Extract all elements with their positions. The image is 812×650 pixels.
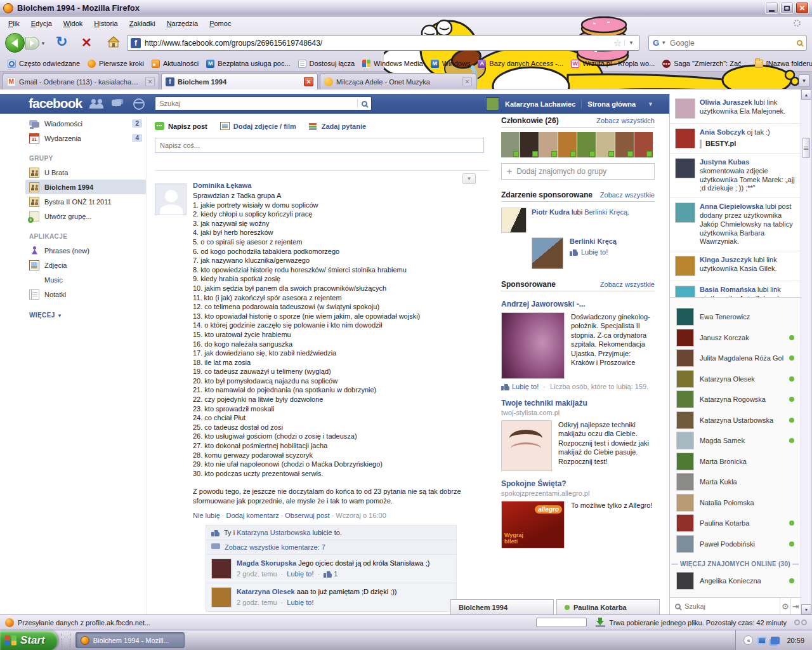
friend-row[interactable]: Julita Magdalena Róża Golińska <box>670 348 801 369</box>
minimize-button[interactable] <box>765 2 778 14</box>
browser-tab[interactable]: Milcząca Adele - Onet Muzyka ✕ <box>320 73 476 90</box>
ad-image[interactable]: allegro Wygraj bilet! <box>501 501 565 548</box>
friend-requests-icon[interactable] <box>89 98 105 109</box>
member-thumbnail[interactable] <box>596 132 615 157</box>
story-user-link[interactable]: Piotr Kudra <box>532 208 570 216</box>
bookmark-item[interactable]: [Nazwa folderu] <box>751 58 812 69</box>
menu-item[interactable]: Plik <box>3 18 25 29</box>
member-thumbnail[interactable] <box>539 132 558 157</box>
ad-title-link[interactable]: Twoje techniki makijażu <box>501 399 655 408</box>
stop-button[interactable]: ✕ <box>81 35 92 50</box>
comment-author-avatar[interactable] <box>211 559 232 579</box>
ticker-item[interactable]: Justyna Kubas skomentowała zdjęcie użytk… <box>670 154 801 198</box>
post-author-avatar[interactable] <box>155 183 187 215</box>
browser-tab[interactable]: Biolchem 1994 ✕ <box>161 73 318 90</box>
list-all-tabs-button[interactable]: ▼ <box>799 74 809 87</box>
member-thumbnail[interactable] <box>634 132 653 157</box>
browser-tab[interactable]: Gmail - Odebrane (113) - kasialachawie..… <box>3 73 159 90</box>
ad-like-link[interactable]: Lubię to! <box>512 383 539 390</box>
sidebar-app-item[interactable]: Phrases (new) <box>25 243 146 258</box>
composer-tab[interactable]: Zadaj pytanie <box>309 123 366 130</box>
sidebar-group-item[interactable]: Biolchem 1994 <box>25 180 146 194</box>
scroll-up-arrow[interactable]: ▲ <box>801 90 811 100</box>
scrollbar-thumb[interactable] <box>802 138 810 158</box>
see-all-comments-row[interactable]: Zobacz wszystkie komentarze: 7 <box>206 540 457 555</box>
comment-like-link[interactable]: Lubię to! <box>287 569 313 578</box>
profile-link[interactable]: Katarzyna Lachawiec <box>505 100 575 108</box>
facebook-search-icon[interactable] <box>362 101 367 107</box>
sidebar-group-item[interactable]: Utwórz grupę... <box>25 209 146 223</box>
facebook-search-input[interactable] <box>159 100 357 107</box>
comment-like-link[interactable]: Lubię to! <box>287 598 313 607</box>
menu-item[interactable]: Pomoc <box>204 18 237 29</box>
bookmark-item[interactable]: Windows Media <box>358 58 427 69</box>
page-like-link[interactable]: Lubię to! <box>581 248 608 256</box>
search-engine-dropdown-icon[interactable]: ▼ <box>661 40 666 46</box>
page-name-link[interactable]: Berlinki Kręcą <box>570 237 617 245</box>
bookmark-item[interactable]: Bezpłatna usługa poc... <box>202 58 294 69</box>
see-all-comments-link[interactable]: Zobacz wszystkie komentarze: 7 <box>225 543 325 551</box>
page-thumbnail[interactable] <box>532 237 563 269</box>
follow-post-link[interactable]: Obserwuj post <box>285 512 329 519</box>
chat-tab-group[interactable]: Biolchem 1994 <box>450 599 554 614</box>
friend-row[interactable]: Paulina Kotarba <box>670 513 801 534</box>
member-thumbnail[interactable] <box>558 132 577 157</box>
tab-close-icon[interactable]: ✕ <box>462 77 472 86</box>
home-link[interactable]: Strona główna <box>587 100 636 108</box>
chat-tab-friend[interactable]: Paulina Kotarba <box>556 599 660 614</box>
messages-icon[interactable] <box>110 98 126 109</box>
ticker-user-name[interactable]: Basia Romańska <box>700 286 756 293</box>
add-friends-to-group-button[interactable]: +Dodaj znajomych do grupy <box>501 163 655 180</box>
menu-item[interactable]: Edycja <box>25 18 58 29</box>
start-button[interactable]: Start <box>0 630 58 650</box>
web-search-input[interactable] <box>670 39 797 48</box>
friend-row[interactable]: Katarzyna Rogowska <box>670 389 801 410</box>
bookmark-item[interactable]: Często odwiedzane <box>4 58 84 69</box>
composer-tab[interactable]: Napisz post <box>155 122 207 130</box>
comment-author-avatar[interactable] <box>211 587 232 607</box>
ticker-user-name[interactable]: Justyna Kubas <box>700 158 749 166</box>
sponsored-event-see-all-link[interactable]: Zobacz wszystkie <box>600 191 655 199</box>
friend-row[interactable]: Ewa Tenerowicz <box>670 307 801 328</box>
sidebar-app-item[interactable]: Music <box>25 272 146 287</box>
friend-row[interactable]: Paweł Podobiński <box>670 534 801 555</box>
bookmark-item[interactable]: Saga "Zmierzch": Zać... <box>658 58 750 69</box>
sidebar-group-item[interactable]: U Brata <box>25 165 146 180</box>
composer-tab[interactable]: Dodaj zdjęcie / film <box>220 122 296 130</box>
bookmark-star-icon[interactable]: ☆ <box>611 37 624 49</box>
tray-collapse-icon[interactable]: « <box>743 635 753 645</box>
history-dropdown-icon[interactable]: ▼ <box>41 41 46 46</box>
unlike-link[interactable]: Nie lubię <box>193 512 220 519</box>
sidebar-item[interactable]: Wiadomości 2 <box>25 116 146 131</box>
bookmark-item[interactable]: Aktualności <box>148 58 202 69</box>
ad-image[interactable] <box>501 420 552 471</box>
home-button[interactable] <box>107 36 121 50</box>
add-comment-link[interactable]: Dodaj komentarz <box>226 512 278 519</box>
ad-image[interactable] <box>501 312 565 379</box>
addon-status-icon[interactable] <box>794 620 807 625</box>
friends-search-input[interactable] <box>684 602 775 610</box>
sidebar-more-link[interactable]: WIĘCEJ ▼ <box>29 312 146 319</box>
friend-row[interactable]: Marta Bronicka <box>670 451 801 472</box>
chat-sidebar-toggle-icon[interactable]: ⇥ <box>790 598 801 614</box>
scroll-down-arrow[interactable]: ▼ <box>801 604 811 614</box>
bookmark-item[interactable]: Bazy danych Access -... <box>474 58 567 69</box>
comment-author-name[interactable]: Katarzyna Olesek <box>237 588 295 595</box>
member-thumbnail[interactable] <box>577 132 596 157</box>
tray-network-icon[interactable] <box>757 637 766 644</box>
sidebar-item[interactable]: Wydarzenia 4 <box>25 131 146 145</box>
sidebar-group-item[interactable]: Bystra II ONŻ 1t 2011 <box>25 194 146 209</box>
ad-title-link[interactable]: Andrzej Jaworowski -... <box>501 300 655 308</box>
friend-row[interactable]: Angelika Konieczna <box>670 571 801 592</box>
story-page-link[interactable]: Berlinki Kręcą <box>584 208 627 216</box>
story-avatar[interactable] <box>501 208 527 233</box>
user-avatar[interactable] <box>486 97 499 110</box>
close-button[interactable]: ✕ <box>796 2 809 14</box>
facebook-logo[interactable]: facebook <box>29 96 82 111</box>
bookmark-item[interactable]: Wrzuta.pl - Kropla wo... <box>567 58 658 69</box>
sponsored-see-all-link[interactable]: Zobacz wszystkie <box>600 281 655 288</box>
tray-connection-icon[interactable] <box>771 637 780 644</box>
sidebar-app-item[interactable]: Zdjęcia <box>25 258 146 272</box>
post-author-name[interactable]: Dominika Łękawa <box>193 182 480 189</box>
account-menu-caret-icon[interactable]: ▼ <box>648 101 653 107</box>
